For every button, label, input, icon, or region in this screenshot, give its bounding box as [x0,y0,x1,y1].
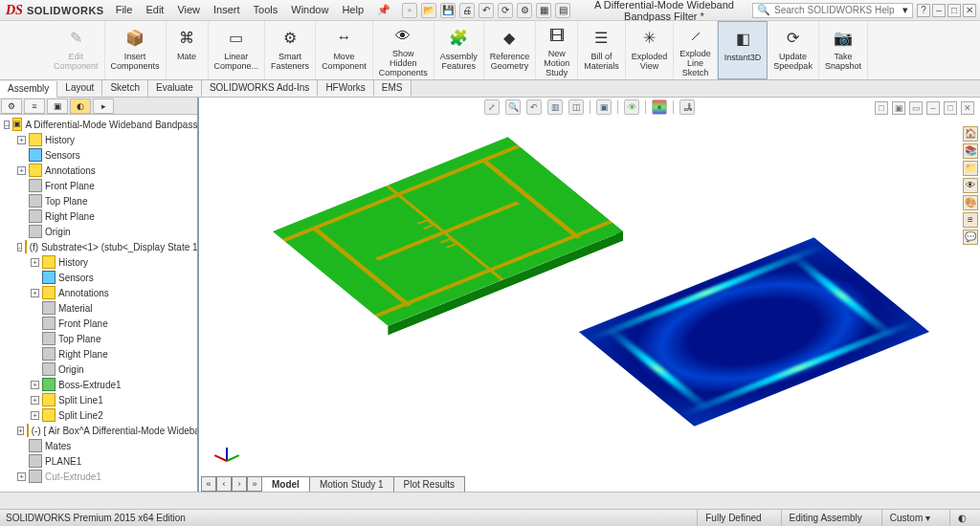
tree-node[interactable]: +History [0,254,197,270]
ribbon-update[interactable]: ⟳UpdateSpeedpak [768,21,819,79]
ft-tab-config-icon[interactable]: ▣ [47,99,68,114]
status-extra-icon[interactable]: ◐ [949,510,974,526]
tree-node[interactable]: Top Plane [0,331,197,346]
menu-window[interactable]: Window [285,2,334,18]
cmdtab-solidworks-add-ins[interactable]: SOLIDWORKS Add-Ins [202,80,318,97]
tree-node[interactable]: +History [0,132,197,147]
ribbon-move[interactable]: ↔MoveComponent [316,21,373,79]
scene-icon[interactable]: 🏞 [679,99,695,115]
menu-pushpin-icon[interactable]: 📌 [371,2,396,18]
expand-icon[interactable]: + [17,472,26,481]
feature-tree-body[interactable]: – ▣ A Differential-Mode Wideband Bandpas… [0,115,197,492]
vp-min-icon[interactable]: – [926,101,940,115]
rebuild-icon[interactable]: ⟳ [498,3,513,18]
ribbon-bill-of[interactable]: ☰Bill ofMaterials [578,21,626,79]
tree-node[interactable]: +Split Line1 [0,392,197,407]
ribbon-new[interactable]: 🎞NewMotionStudy [536,21,578,79]
search-dropdown-icon[interactable]: ▾ [902,4,908,16]
zoom-fit-icon[interactable]: ⤢ [484,99,500,115]
expand-icon[interactable]: - [17,243,22,252]
expand-icon[interactable]: + [17,136,26,144]
tree-node[interactable]: Origin [0,224,197,239]
help-icon[interactable]: ? [917,4,930,17]
tree-node[interactable]: +Cut-Extrude1 [0,469,197,484]
tab-nav-first-icon[interactable]: « [201,476,216,492]
ribbon-insert[interactable]: 📦InsertComponents [105,21,167,79]
tree-node[interactable]: Material [0,300,197,316]
print-icon[interactable]: 🖨 [459,3,475,18]
tree-node[interactable]: Sensors [0,147,197,163]
hide-show-icon[interactable]: 👁 [624,99,639,115]
ribbon-take[interactable]: 📷TakeSnapshot [819,21,868,79]
status-units[interactable]: Custom ▾ [881,510,938,526]
graphics-viewport[interactable]: ⤢ 🔍 ↶ ▥ ◫ ▣ 👁 ● 🏞 □ ▣ ▭ – □ ✕ 🏠 📚 📁 👁 [199,98,980,492]
menu-help[interactable]: Help [336,2,369,18]
tree-node[interactable]: Mates [0,438,197,453]
model-substrate[interactable] [273,137,623,325]
ribbon-show[interactable]: 👁ShowHiddenComponents [373,21,434,79]
tree-node[interactable]: PLANE1 [0,453,197,469]
minimize-icon[interactable]: – [932,4,946,17]
menu-edit[interactable]: Edit [140,2,169,18]
tab-nav-next-icon[interactable]: › [232,476,247,492]
vp-btn2-icon[interactable]: ▣ [892,101,905,115]
vp-btn1-icon[interactable]: □ [875,101,888,115]
tp-props-icon[interactable]: ≡ [963,212,978,228]
ribbon-explode[interactable]: ⟋ExplodeLineSketch [674,21,718,79]
vp-max-icon[interactable]: □ [944,101,957,115]
tab-model[interactable]: Model [261,476,310,492]
tree-node[interactable]: Right Plane [0,346,197,362]
expand-icon[interactable]: + [31,289,39,297]
tree-node[interactable]: Front Plane [0,178,197,193]
expand-icon[interactable]: + [31,258,39,267]
zoom-area-icon[interactable]: 🔍 [505,99,521,115]
expand-icon[interactable]: + [31,381,39,389]
menu-view[interactable]: View [171,2,206,18]
tab-nav-last-icon[interactable]: » [247,476,262,492]
menu-tools[interactable]: Tools [248,2,284,18]
ribbon-exploded[interactable]: ✳ExplodedView [626,21,675,79]
tp-home-icon[interactable]: 🏠 [963,126,978,142]
tree-node[interactable]: Top Plane [0,193,197,208]
expand-icon[interactable]: – [4,121,10,129]
ribbon-smart[interactable]: ⚙SmartFasteners [265,21,316,79]
tree-node[interactable]: +Split Line2 [0,407,197,423]
ft-tab-extra-icon[interactable]: ▸ [93,99,114,114]
expand-icon[interactable]: + [31,396,39,405]
tree-node[interactable]: Front Plane [0,316,197,331]
ribbon-mate[interactable]: ⌘Mate [167,21,209,79]
tree-node[interactable]: +Annotations [0,163,197,178]
extra1-icon[interactable]: ▦ [536,3,551,18]
options-icon[interactable]: ⚙ [517,3,532,18]
undo-icon[interactable]: ↶ [479,3,494,18]
tree-node[interactable]: Right Plane [0,208,197,224]
save-icon[interactable]: 💾 [440,3,456,18]
tab-motion-study[interactable]: Motion Study 1 [309,476,394,492]
ribbon-instant-d[interactable]: ◧Instant3D [718,21,768,79]
close-icon[interactable]: ✕ [963,4,976,17]
ft-tab-feature-icon[interactable]: ⚙ [1,99,22,114]
expand-icon[interactable]: + [31,411,39,420]
tp-forum-icon[interactable]: 💬 [963,230,978,245]
vp-btn3-icon[interactable]: ▭ [909,101,923,115]
field-plot-surface[interactable] [579,237,929,426]
ribbon-linear[interactable]: ▭LinearCompone... [209,21,266,79]
prev-view-icon[interactable]: ↶ [526,99,542,115]
tree-node[interactable]: +Boss-Extrude1 [0,377,197,392]
extra2-icon[interactable]: ▤ [555,3,570,18]
tree-node[interactable]: -(f) Substrate<1> (stub<_Display State 1… [0,239,197,254]
menu-file[interactable]: File [110,2,139,18]
new-doc-icon[interactable]: ▫ [402,3,417,18]
cmdtab-assembly[interactable]: Assembly [0,81,57,98]
tree-root[interactable]: – ▣ A Differential-Mode Wideband Bandpas… [0,117,197,132]
tree-node[interactable]: Sensors [0,270,197,285]
tree-node[interactable]: +Annotations [0,285,197,300]
cmdtab-sketch[interactable]: Sketch [102,80,148,97]
view-orient-icon[interactable]: ◫ [568,99,584,115]
menu-insert[interactable]: Insert [208,2,246,18]
tp-files-icon[interactable]: 📁 [963,161,978,176]
expand-icon[interactable]: + [17,166,26,175]
vp-close-icon[interactable]: ✕ [961,101,974,115]
tp-appear-icon[interactable]: 🎨 [963,195,978,210]
ft-tab-display-icon[interactable]: ◐ [70,99,91,114]
